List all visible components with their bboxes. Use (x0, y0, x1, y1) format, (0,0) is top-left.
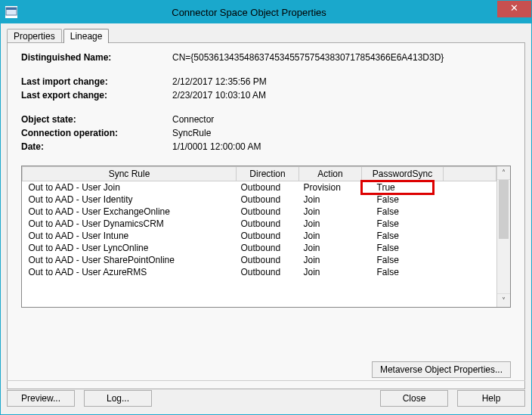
cell-passwordsync: False (362, 230, 444, 242)
last-export-value: 2/23/2017 10:03:10 AM (172, 88, 511, 102)
cell-spacer (444, 266, 496, 278)
cell-action: Join (299, 266, 362, 278)
cell-passwordsync: False (362, 218, 444, 230)
cell-sync-rule: Out to AAD - User Join (23, 181, 237, 194)
last-import-label: Last import change: (21, 75, 172, 88)
col-spacer (444, 167, 496, 181)
cell-sync-rule: Out to AAD - User LyncOnline (23, 242, 237, 254)
metaverse-properties-button[interactable]: Metaverse Object Properties... (372, 361, 511, 378)
date-label: Date: (21, 140, 172, 153)
col-action[interactable]: Action (299, 167, 362, 181)
col-sync-rule[interactable]: Sync Rule (23, 167, 237, 181)
dialog-footer: Preview... Log... Close Help (7, 390, 525, 407)
table-row[interactable]: Out to AAD - User LyncOnlineOutboundJoin… (23, 242, 496, 254)
scroll-thumb[interactable] (499, 180, 509, 239)
cell-direction: Outbound (237, 242, 299, 254)
cell-action: Join (299, 206, 362, 218)
close-window-button[interactable]: ✕ (497, 1, 531, 17)
separator (7, 380, 525, 381)
cell-passwordsync: False (362, 242, 444, 254)
table-row[interactable]: Out to AAD - User DynamicsCRMOutboundJoi… (23, 218, 496, 230)
tabstrip: Properties Lineage (1, 23, 531, 42)
cell-spacer (444, 218, 496, 230)
cell-action: Join (299, 230, 362, 242)
tab-lineage[interactable]: Lineage (63, 29, 110, 43)
cell-direction: Outbound (237, 218, 299, 230)
scroll-track[interactable] (497, 180, 510, 293)
cell-direction: Outbound (237, 266, 299, 278)
close-button[interactable]: Close (380, 390, 448, 407)
cell-spacer (444, 181, 496, 194)
titlebar: Connector Space Object Properties ✕ (1, 1, 531, 23)
log-button[interactable]: Log... (84, 390, 152, 407)
dialog: Connector Space Object Properties ✕ Prop… (0, 0, 532, 415)
cell-direction: Outbound (237, 230, 299, 242)
cell-direction: Outbound (237, 206, 299, 218)
cell-spacer (444, 194, 496, 206)
cell-spacer (444, 242, 496, 254)
conn-op-label: Connection operation: (21, 126, 172, 140)
table-row[interactable]: Out to AAD - User JoinOutboundProvisionT… (23, 181, 496, 194)
preview-button[interactable]: Preview... (7, 390, 75, 407)
cell-sync-rule: Out to AAD - User Identity (23, 194, 237, 206)
cell-passwordsync: True (362, 181, 444, 194)
col-passwordsync[interactable]: PasswordSync (362, 167, 444, 181)
help-button[interactable]: Help (457, 390, 525, 407)
table-row[interactable]: Out to AAD - User IdentityOutboundJoinFa… (23, 194, 496, 206)
cell-direction: Outbound (237, 181, 299, 194)
cell-action: Join (299, 254, 362, 266)
cell-sync-rule: Out to AAD - User Intune (23, 230, 237, 242)
object-state-value: Connector (172, 113, 511, 126)
cell-sync-rule: Out to AAD - User ExchangeOnline (23, 206, 237, 218)
cell-sync-rule: Out to AAD - User DynamicsCRM (23, 218, 237, 230)
last-export-label: Last export change: (21, 88, 172, 102)
table-scrollbar[interactable]: ˄ ˅ (496, 166, 510, 307)
cell-action: Join (299, 218, 362, 230)
dn-label: Distinguished Name: (21, 51, 172, 64)
object-info: Distinguished Name: CN={5053613435486374… (8, 43, 524, 161)
cell-spacer (444, 254, 496, 266)
scroll-down-icon[interactable]: ˅ (497, 293, 510, 307)
tab-properties[interactable]: Properties (7, 29, 62, 43)
table-row[interactable]: Out to AAD - User ExchangeOnlineOutbound… (23, 206, 496, 218)
cell-passwordsync: False (362, 194, 444, 206)
dn-value: CN={505361343548637453455757543830717854… (172, 51, 511, 64)
window-title: Connector Space Object Properties (1, 7, 497, 18)
table-row[interactable]: Out to AAD - User SharePointOnlineOutbou… (23, 254, 496, 266)
last-import-value: 2/12/2017 12:35:56 PM (172, 75, 511, 88)
cell-spacer (444, 206, 496, 218)
cell-passwordsync: False (362, 266, 444, 278)
conn-op-value: SyncRule (172, 126, 511, 140)
cell-sync-rule: Out to AAD - User AzureRMS (23, 266, 237, 278)
cell-direction: Outbound (237, 194, 299, 206)
sync-rule-table: Sync Rule Direction Action PasswordSync … (21, 166, 511, 308)
cell-action: Join (299, 242, 362, 254)
cell-passwordsync: False (362, 254, 444, 266)
cell-passwordsync: False (362, 206, 444, 218)
date-value: 1/1/0001 12:00:00 AM (172, 140, 511, 153)
highlight-annotation (360, 180, 435, 195)
scroll-up-icon[interactable]: ˄ (497, 166, 510, 180)
cell-action: Provision (299, 181, 362, 194)
cell-sync-rule: Out to AAD - User SharePointOnline (23, 254, 237, 266)
object-state-label: Object state: (21, 113, 172, 126)
cell-spacer (444, 230, 496, 242)
table-row[interactable]: Out to AAD - User IntuneOutboundJoinFals… (23, 230, 496, 242)
cell-action: Join (299, 194, 362, 206)
col-direction[interactable]: Direction (237, 167, 299, 181)
cell-direction: Outbound (237, 254, 299, 266)
table-row[interactable]: Out to AAD - User AzureRMSOutboundJoinFa… (23, 266, 496, 278)
tab-body-lineage: Distinguished Name: CN={5053613435486374… (7, 42, 525, 389)
